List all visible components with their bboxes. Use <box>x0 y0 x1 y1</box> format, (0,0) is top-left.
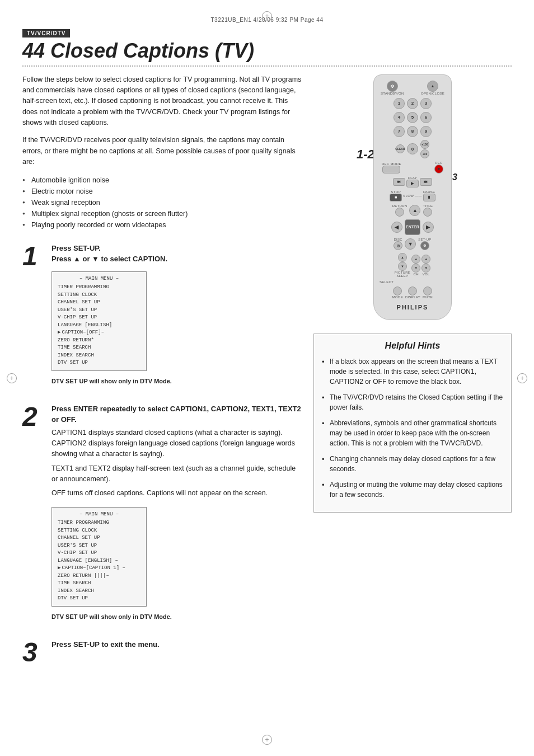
intro-paragraph1: Follow the steps below to select closed … <box>22 74 302 129</box>
rec-button[interactable]: ● <box>434 165 443 173</box>
num-1-button[interactable]: 1 <box>394 98 405 109</box>
menu-item: USER'S SET UP <box>58 542 140 550</box>
fastforward-button[interactable]: ⏭ <box>420 178 432 186</box>
menu-item: INDEX SEARCH <box>58 588 140 595</box>
mode-button[interactable] <box>393 287 402 295</box>
step-2-title: Press ENTER repeatedly to select CAPTION… <box>51 403 302 425</box>
main-content: Follow the steps below to select closed … <box>22 74 512 677</box>
menu-item: TIMER PROGRAMMING <box>58 284 140 292</box>
num-2-button[interactable]: 2 <box>407 98 418 109</box>
return-row: RETURN ▲ TITLE <box>378 204 447 217</box>
ch-up-button[interactable]: ▲ <box>411 255 420 264</box>
number-row-3: 7 8 9 <box>378 126 447 137</box>
menu-item: LANGUAGE [ENGLISH] <box>58 322 140 330</box>
step-2-body-1: CAPTION1 displays standard closed captio… <box>51 428 302 460</box>
menu-item: V-CHIP SET UP <box>58 314 140 322</box>
causes-list: Automobile ignition noise Electric motor… <box>22 175 302 231</box>
rec-mode-button[interactable] <box>382 166 400 173</box>
num-8-button[interactable]: 8 <box>407 126 418 137</box>
menu-item: SETTING CLOCK <box>58 292 140 299</box>
enter-button[interactable]: ENTER <box>405 219 420 235</box>
num-9-button[interactable]: 9 <box>420 126 432 137</box>
num-4-button[interactable]: 4 <box>394 112 405 123</box>
intro-paragraph2: If the TV/VCR/DVD receives poor quality … <box>22 135 302 167</box>
list-item: Multiplex signal reception (ghosts or sc… <box>22 208 302 219</box>
picture-down-button[interactable]: ▼ <box>398 262 407 271</box>
plus10-button[interactable]: +10 <box>420 149 429 158</box>
left-button[interactable]: ◀ <box>391 222 402 233</box>
num-7-button[interactable]: 7 <box>394 126 405 137</box>
stop-row: STOP ■ SLOW —— PAUSE ⏸ <box>378 190 447 201</box>
ch-down-button[interactable]: ▼ <box>411 264 420 273</box>
vol-down-button[interactable]: ▼ <box>421 264 430 273</box>
reg-mark-left <box>7 373 17 383</box>
right-button[interactable]: ▶ <box>423 222 434 233</box>
step-2-body-2: TEXT1 and TEXT2 display half-screen text… <box>51 463 302 485</box>
helpful-hints-box: Helpful Hints If a black box appears on … <box>313 334 512 513</box>
rewind-button[interactable]: ⏮ <box>393 178 405 186</box>
pause-button[interactable]: ⏸ <box>423 194 435 201</box>
menu-item-selected: ▶ CAPTION–[OFF]– <box>58 329 140 337</box>
standby-button[interactable]: ⏻ <box>387 81 398 92</box>
remote-control: ⏻ STANDBY/ON ▲ OPEN/CLOSE 1 2 3 <box>373 74 452 320</box>
menu-item: USER'S SET UP <box>58 307 140 314</box>
menu-item: DTV SET UP <box>58 359 140 367</box>
step-1-content: Press SET-UP. Press ▲ or ▼ to select CAP… <box>51 243 302 392</box>
helpful-hints-title: Helpful Hints <box>322 341 503 351</box>
down-button[interactable]: ▼ <box>405 238 416 250</box>
menu-item: SETTING CLOCK <box>58 527 140 535</box>
page-title: 44 Closed Captions (TV) <box>22 40 512 62</box>
display-button[interactable] <box>408 287 417 295</box>
title-button[interactable] <box>423 208 432 217</box>
menu-item: CHANNEL SET UP <box>58 534 140 542</box>
number-row-2: 4 5 6 <box>378 112 447 123</box>
page-container: T3221UB_EN1 4/20/06 9:32 PM Page 44 TV/V… <box>0 0 534 756</box>
return-button[interactable] <box>395 208 404 217</box>
step-1-dtv-note: DTV SET UP will show only in DTV Mode. <box>51 378 302 384</box>
number-row-1: 1 2 3 <box>378 98 447 109</box>
step-2: 2 Press ENTER repeatedly to select CAPTI… <box>22 403 302 628</box>
disc-button[interactable]: ◎ <box>394 241 402 250</box>
stop-button[interactable]: ■ <box>390 194 402 201</box>
num-5-button[interactable]: 5 <box>407 112 418 123</box>
step-1-number: 1 <box>22 243 45 270</box>
step-2-body-3: OFF turns off closed captions. Captions … <box>51 488 302 499</box>
hint-2: The TV/VCR/DVD retains the Closed Captio… <box>322 392 503 412</box>
up-button[interactable]: ▲ <box>409 205 420 216</box>
dot-separator <box>22 65 512 67</box>
menu-item: INDEX SEARCH <box>58 352 140 360</box>
hint-1: If a black box appears on the screen tha… <box>322 356 503 387</box>
open-close-button[interactable]: ▲ <box>427 81 438 92</box>
hints-list: If a black box appears on the screen tha… <box>322 356 503 500</box>
step-2-dtv-note: DTV SET UP will show only in DTV Mode. <box>51 613 302 620</box>
menu-header-2: – MAIN MENU – <box>58 511 140 519</box>
menu-item: TIMER PROGRAMMING <box>58 519 140 527</box>
hint-4: Changing channels may delay closed capti… <box>322 454 503 474</box>
picture-up-button[interactable]: ▲ <box>398 253 407 262</box>
plus100-button[interactable]: +100 <box>420 140 429 149</box>
step-2-content: Press ENTER repeatedly to select CAPTION… <box>51 403 302 628</box>
num-6-button[interactable]: 6 <box>420 112 432 123</box>
num-3-button[interactable]: 3 <box>420 98 432 109</box>
vol-up-button[interactable]: ▲ <box>421 255 430 264</box>
hint-3: Abbreviations, symbols and other grammat… <box>322 418 503 448</box>
clear-row: CLEAR 0 +100 +10 <box>378 140 447 158</box>
mode-row: MODE DISPLAY MUTE <box>378 287 447 299</box>
picture-row: ▲ ▼ PICTURESLEEP ▲ ▼ CH ▲ ▼ VOL <box>378 253 447 278</box>
disc-row: DISC ◎ ▼ SET-UP ⚙ <box>378 238 447 250</box>
menu-item: LANGUAGE [ENGLISH] – <box>58 557 140 565</box>
num-0-button[interactable]: 0 <box>407 143 418 154</box>
list-item: Automobile ignition noise <box>22 175 302 186</box>
step-1: 1 Press SET-UP. Press ▲ or ▼ to select C… <box>22 243 302 392</box>
step-3-number: 3 <box>22 639 45 666</box>
menu-header: – MAIN MENU – <box>58 275 140 283</box>
play-button[interactable]: ▶ <box>406 180 419 187</box>
menu-item-selected-2: ▶ CAPTION–[CAPTION 1] – <box>58 565 140 572</box>
step-3-content: Press SET-UP to exit the menu. <box>51 639 302 652</box>
section-tag: TV/VCR/DTV <box>22 29 512 40</box>
clear-button[interactable]: CLEAR <box>396 144 405 153</box>
mute-button[interactable] <box>423 287 432 295</box>
step-3-title: Press SET-UP to exit the menu. <box>51 639 302 650</box>
setup-button[interactable]: ⚙ <box>420 241 429 250</box>
step-1-menu: – MAIN MENU – TIMER PROGRAMMING SETTING … <box>51 271 147 371</box>
